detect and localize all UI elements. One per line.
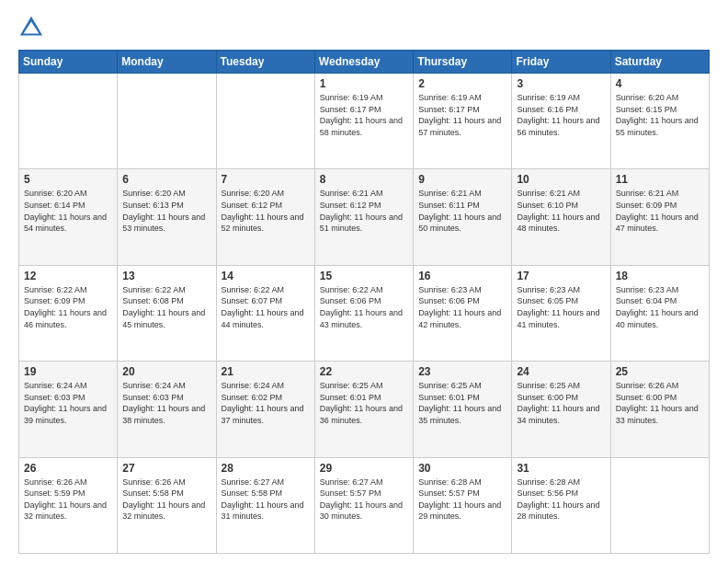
day-number: 6 [122, 173, 210, 186]
day-info: Sunrise: 6:23 AM Sunset: 6:04 PM Dayligh… [616, 284, 704, 330]
day-number: 8 [320, 173, 408, 186]
day-info: Sunrise: 6:20 AM Sunset: 6:14 PM Dayligh… [24, 188, 112, 234]
day-cell: 4Sunrise: 6:20 AM Sunset: 6:15 PM Daylig… [610, 74, 709, 169]
day-number: 30 [418, 462, 506, 475]
day-cell: 11Sunrise: 6:21 AM Sunset: 6:09 PM Dayli… [610, 169, 709, 265]
day-number: 2 [418, 77, 506, 90]
day-number: 29 [320, 462, 408, 475]
day-cell: 3Sunrise: 6:19 AM Sunset: 6:16 PM Daylig… [512, 74, 610, 169]
day-number: 20 [122, 365, 210, 378]
day-cell: 31Sunrise: 6:28 AM Sunset: 5:56 PM Dayli… [512, 457, 610, 553]
day-number: 15 [320, 270, 408, 282]
logo [18, 15, 48, 40]
weekday-header-friday: Friday [512, 51, 610, 74]
day-info: Sunrise: 6:25 AM Sunset: 6:01 PM Dayligh… [320, 380, 408, 426]
day-info: Sunrise: 6:21 AM Sunset: 6:10 PM Dayligh… [517, 188, 605, 234]
day-cell: 23Sunrise: 6:25 AM Sunset: 6:01 PM Dayli… [414, 362, 512, 457]
day-cell: 21Sunrise: 6:24 AM Sunset: 6:02 PM Dayli… [216, 362, 314, 457]
weekday-header-saturday: Saturday [610, 51, 709, 74]
day-cell: 22Sunrise: 6:25 AM Sunset: 6:01 PM Dayli… [314, 362, 413, 457]
day-cell: 24Sunrise: 6:25 AM Sunset: 6:00 PM Dayli… [512, 362, 610, 457]
day-info: Sunrise: 6:24 AM Sunset: 6:03 PM Dayligh… [24, 380, 112, 426]
day-info: Sunrise: 6:21 AM Sunset: 6:12 PM Dayligh… [320, 188, 408, 234]
day-info: Sunrise: 6:28 AM Sunset: 5:56 PM Dayligh… [517, 477, 605, 523]
logo-icon [18, 15, 44, 40]
day-info: Sunrise: 6:20 AM Sunset: 6:13 PM Dayligh… [122, 188, 210, 234]
day-cell: 14Sunrise: 6:22 AM Sunset: 6:07 PM Dayli… [216, 265, 314, 361]
weekday-header-tuesday: Tuesday [216, 51, 314, 74]
page: SundayMondayTuesdayWednesdayThursdayFrid… [0, 0, 728, 563]
day-cell: 30Sunrise: 6:28 AM Sunset: 5:57 PM Dayli… [414, 457, 512, 553]
day-info: Sunrise: 6:27 AM Sunset: 5:58 PM Dayligh… [222, 477, 310, 523]
day-cell: 13Sunrise: 6:22 AM Sunset: 6:08 PM Dayli… [118, 265, 216, 361]
week-row-5: 26Sunrise: 6:26 AM Sunset: 5:59 PM Dayli… [19, 457, 710, 553]
day-number: 27 [122, 462, 210, 475]
day-info: Sunrise: 6:26 AM Sunset: 6:00 PM Dayligh… [616, 380, 704, 426]
day-number: 25 [616, 365, 704, 378]
day-number: 12 [24, 270, 112, 282]
day-cell: 18Sunrise: 6:23 AM Sunset: 6:04 PM Dayli… [610, 265, 709, 361]
day-cell: 28Sunrise: 6:27 AM Sunset: 5:58 PM Dayli… [216, 457, 314, 553]
day-number: 13 [122, 270, 210, 282]
day-info: Sunrise: 6:20 AM Sunset: 6:15 PM Dayligh… [616, 92, 704, 138]
day-cell: 27Sunrise: 6:26 AM Sunset: 5:58 PM Dayli… [118, 457, 216, 553]
day-info: Sunrise: 6:22 AM Sunset: 6:09 PM Dayligh… [24, 284, 112, 330]
weekday-header-thursday: Thursday [414, 51, 512, 74]
day-cell: 2Sunrise: 6:19 AM Sunset: 6:17 PM Daylig… [414, 74, 512, 169]
weekday-header-monday: Monday [118, 51, 216, 74]
day-number: 26 [24, 462, 112, 475]
day-cell: 15Sunrise: 6:22 AM Sunset: 6:06 PM Dayli… [314, 265, 413, 361]
day-cell: 29Sunrise: 6:27 AM Sunset: 5:57 PM Dayli… [314, 457, 413, 553]
day-cell: 12Sunrise: 6:22 AM Sunset: 6:09 PM Dayli… [19, 265, 118, 361]
day-number: 17 [517, 270, 605, 282]
day-info: Sunrise: 6:24 AM Sunset: 6:02 PM Dayligh… [222, 380, 310, 426]
day-number: 19 [24, 365, 112, 378]
day-number: 21 [222, 365, 310, 378]
day-number: 18 [616, 270, 704, 282]
day-cell: 9Sunrise: 6:21 AM Sunset: 6:11 PM Daylig… [414, 169, 512, 265]
day-number: 4 [616, 77, 704, 90]
day-cell: 1Sunrise: 6:19 AM Sunset: 6:17 PM Daylig… [314, 74, 413, 169]
day-cell [19, 74, 118, 169]
day-number: 3 [517, 77, 605, 90]
day-info: Sunrise: 6:19 AM Sunset: 6:17 PM Dayligh… [320, 92, 408, 138]
day-info: Sunrise: 6:23 AM Sunset: 6:06 PM Dayligh… [418, 284, 506, 330]
day-number: 23 [418, 365, 506, 378]
day-info: Sunrise: 6:24 AM Sunset: 6:03 PM Dayligh… [122, 380, 210, 426]
day-cell: 25Sunrise: 6:26 AM Sunset: 6:00 PM Dayli… [610, 362, 709, 457]
calendar-table: SundayMondayTuesdayWednesdayThursdayFrid… [18, 50, 710, 554]
day-info: Sunrise: 6:25 AM Sunset: 6:00 PM Dayligh… [517, 380, 605, 426]
day-info: Sunrise: 6:22 AM Sunset: 6:06 PM Dayligh… [320, 284, 408, 330]
day-cell: 7Sunrise: 6:20 AM Sunset: 6:12 PM Daylig… [216, 169, 314, 265]
day-info: Sunrise: 6:21 AM Sunset: 6:09 PM Dayligh… [616, 188, 704, 234]
day-number: 22 [320, 365, 408, 378]
day-info: Sunrise: 6:22 AM Sunset: 6:07 PM Dayligh… [222, 284, 310, 330]
day-cell: 26Sunrise: 6:26 AM Sunset: 5:59 PM Dayli… [19, 457, 118, 553]
weekday-header-sunday: Sunday [19, 51, 118, 74]
day-info: Sunrise: 6:19 AM Sunset: 6:17 PM Dayligh… [418, 92, 506, 138]
day-info: Sunrise: 6:28 AM Sunset: 5:57 PM Dayligh… [418, 477, 506, 523]
day-cell: 6Sunrise: 6:20 AM Sunset: 6:13 PM Daylig… [118, 169, 216, 265]
day-info: Sunrise: 6:25 AM Sunset: 6:01 PM Dayligh… [418, 380, 506, 426]
day-cell: 8Sunrise: 6:21 AM Sunset: 6:12 PM Daylig… [314, 169, 413, 265]
day-cell: 20Sunrise: 6:24 AM Sunset: 6:03 PM Dayli… [118, 362, 216, 457]
day-info: Sunrise: 6:21 AM Sunset: 6:11 PM Dayligh… [418, 188, 506, 234]
day-cell: 10Sunrise: 6:21 AM Sunset: 6:10 PM Dayli… [512, 169, 610, 265]
week-row-2: 5Sunrise: 6:20 AM Sunset: 6:14 PM Daylig… [19, 169, 710, 265]
day-cell [610, 457, 709, 553]
day-info: Sunrise: 6:19 AM Sunset: 6:16 PM Dayligh… [517, 92, 605, 138]
day-info: Sunrise: 6:22 AM Sunset: 6:08 PM Dayligh… [122, 284, 210, 330]
day-number: 10 [517, 173, 605, 186]
day-cell [118, 74, 216, 169]
weekday-header-row: SundayMondayTuesdayWednesdayThursdayFrid… [19, 51, 710, 74]
day-info: Sunrise: 6:26 AM Sunset: 5:59 PM Dayligh… [24, 477, 112, 523]
day-number: 1 [320, 77, 408, 90]
day-cell [216, 74, 314, 169]
day-cell: 17Sunrise: 6:23 AM Sunset: 6:05 PM Dayli… [512, 265, 610, 361]
day-number: 16 [418, 270, 506, 282]
week-row-1: 1Sunrise: 6:19 AM Sunset: 6:17 PM Daylig… [19, 74, 710, 169]
day-cell: 16Sunrise: 6:23 AM Sunset: 6:06 PM Dayli… [414, 265, 512, 361]
day-info: Sunrise: 6:26 AM Sunset: 5:58 PM Dayligh… [122, 477, 210, 523]
day-cell: 5Sunrise: 6:20 AM Sunset: 6:14 PM Daylig… [19, 169, 118, 265]
day-info: Sunrise: 6:27 AM Sunset: 5:57 PM Dayligh… [320, 477, 408, 523]
